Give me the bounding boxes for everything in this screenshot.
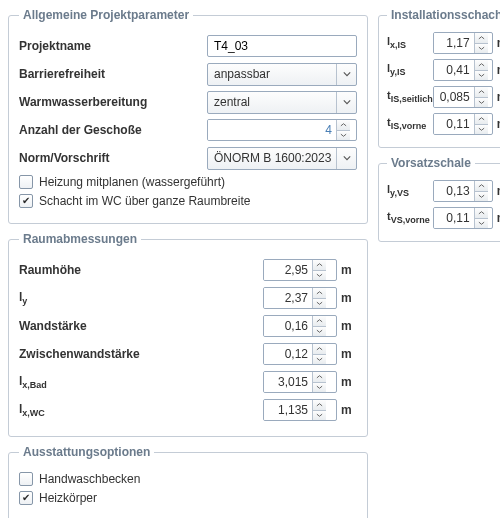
input-projektname[interactable] (207, 35, 357, 57)
dimension-spinner[interactable] (263, 287, 337, 309)
label-norm: Norm/Vorschrift (19, 151, 207, 165)
fieldset-ausstattung: Ausstattungsoptionen Handwaschbecken Hei… (8, 445, 368, 518)
dimension-input[interactable] (264, 288, 312, 308)
dimension-row: tIS,seitlichm (387, 85, 500, 109)
chevron-down-icon[interactable] (313, 382, 326, 393)
chevron-down-icon (336, 64, 356, 85)
dimension-label: tIS,seitlich (387, 89, 433, 104)
spinner-geschosse-input[interactable] (208, 120, 336, 140)
chevron-up-icon[interactable] (475, 60, 488, 70)
checkbox-schacht[interactable] (19, 194, 33, 208)
chevron-up-icon[interactable] (475, 87, 488, 97)
fieldset-general: Allgemeine Projektparameter Projektname … (8, 8, 368, 224)
checkbox-heizkoerper[interactable] (19, 491, 33, 505)
dimension-input[interactable] (264, 260, 312, 280)
select-norm[interactable]: ÖNORM B 1600:2023 (207, 147, 357, 170)
dimension-input[interactable] (434, 87, 474, 107)
legend-ausstattung: Ausstattungsoptionen (19, 445, 154, 459)
dimension-unit: m (341, 403, 357, 417)
dimension-input[interactable] (264, 344, 312, 364)
chevron-down-icon[interactable] (475, 43, 488, 54)
dimension-row: lx,WCm (19, 398, 357, 422)
dimension-spinner[interactable] (433, 86, 493, 108)
dimension-row: lx,ISm (387, 31, 500, 55)
chevron-up-icon[interactable] (313, 344, 326, 354)
dimension-label: ly (19, 290, 263, 306)
legend-raum: Raumabmessungen (19, 232, 141, 246)
chevron-down-icon[interactable] (475, 124, 488, 135)
select-warmwasser[interactable]: zentral (207, 91, 357, 114)
dimension-spinner[interactable] (263, 315, 337, 337)
select-norm-value: ÖNORM B 1600:2023 (208, 151, 336, 165)
dimension-label: lx,WC (19, 402, 263, 418)
chevron-up-icon[interactable] (313, 372, 326, 382)
select-warmwasser-value: zentral (208, 95, 336, 109)
dimension-spinner[interactable] (433, 207, 493, 229)
chevron-down-icon[interactable] (475, 218, 488, 229)
dimension-row: lx,Badm (19, 370, 357, 394)
select-barrierefreiheit[interactable]: anpassbar (207, 63, 357, 86)
dimension-input[interactable] (434, 114, 474, 134)
chevron-down-icon[interactable] (313, 298, 326, 309)
dimension-unit: m (341, 319, 357, 333)
dimension-input[interactable] (264, 316, 312, 336)
dimension-input[interactable] (434, 60, 474, 80)
chevron-down-icon[interactable] (313, 270, 326, 281)
dimension-spinner[interactable] (433, 180, 493, 202)
chevron-down-icon (336, 148, 356, 169)
chevron-down-icon[interactable] (475, 70, 488, 81)
chevron-up-icon[interactable] (337, 120, 350, 130)
dimension-spinner[interactable] (263, 399, 337, 421)
dimension-input[interactable] (434, 33, 474, 53)
dimension-unit: m (341, 291, 357, 305)
chevron-down-icon[interactable] (313, 326, 326, 337)
dimension-row: Zwischenwandstärkem (19, 342, 357, 366)
checkbox-heizung[interactable] (19, 175, 33, 189)
fieldset-raum: Raumabmessungen RaumhöhemlymWandstärkemZ… (8, 232, 368, 437)
chevron-down-icon[interactable] (475, 97, 488, 108)
dimension-label: Zwischenwandstärke (19, 347, 263, 361)
dimension-input[interactable] (434, 208, 474, 228)
dimension-spinner[interactable] (263, 371, 337, 393)
dimension-input[interactable] (264, 400, 312, 420)
chevron-up-icon[interactable] (313, 316, 326, 326)
dimension-spinner[interactable] (433, 59, 493, 81)
label-schacht: Schacht im WC über ganze Raumbreite (39, 194, 250, 208)
chevron-up-icon[interactable] (475, 181, 488, 191)
dimension-spinner[interactable] (433, 113, 493, 135)
chevron-up-icon[interactable] (475, 114, 488, 124)
label-warmwasser: Warmwasserbereitung (19, 95, 207, 109)
checkbox-handwaschbecken[interactable] (19, 472, 33, 486)
dimension-input[interactable] (434, 181, 474, 201)
dimension-spinner[interactable] (263, 343, 337, 365)
chevron-down-icon[interactable] (337, 130, 350, 141)
dimension-row: Wandstärkem (19, 314, 357, 338)
chevron-down-icon[interactable] (475, 191, 488, 202)
dimension-unit: m (341, 263, 357, 277)
dimension-label: ly,VS (387, 183, 433, 198)
chevron-up-icon[interactable] (475, 33, 488, 43)
chevron-up-icon[interactable] (313, 288, 326, 298)
label-handwaschbecken: Handwaschbecken (39, 472, 140, 486)
fieldset-vorsatz: Vorsatzschale ly,VSmtVS,vornem (378, 156, 500, 242)
chevron-up-icon[interactable] (313, 400, 326, 410)
dimension-unit: m (341, 375, 357, 389)
spinner-geschosse[interactable] (207, 119, 357, 141)
chevron-down-icon (336, 92, 356, 113)
dimension-label: ly,IS (387, 62, 433, 77)
dimension-input[interactable] (264, 372, 312, 392)
select-barrierefreiheit-value: anpassbar (208, 67, 336, 81)
dimension-label: lx,IS (387, 35, 433, 50)
chevron-down-icon[interactable] (313, 354, 326, 365)
dimension-label: Wandstärke (19, 319, 263, 333)
chevron-down-icon[interactable] (313, 410, 326, 421)
fieldset-install: Installationsschacht lx,ISmly,ISmtIS,sei… (378, 8, 500, 148)
label-projektname: Projektname (19, 39, 207, 53)
label-geschosse: Anzahl der Geschoße (19, 123, 207, 137)
legend-general: Allgemeine Projektparameter (19, 8, 193, 22)
label-heizung: Heizung mitplanen (wassergeführt) (39, 175, 225, 189)
chevron-up-icon[interactable] (313, 260, 326, 270)
dimension-spinner[interactable] (263, 259, 337, 281)
chevron-up-icon[interactable] (475, 208, 488, 218)
dimension-spinner[interactable] (433, 32, 493, 54)
